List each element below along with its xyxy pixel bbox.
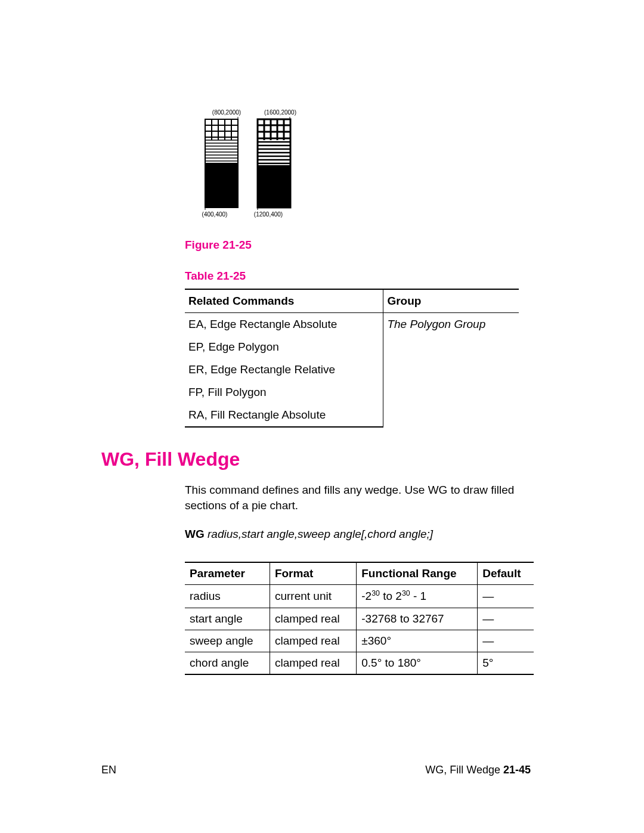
table2-cell: — (478, 630, 534, 652)
svg-rect-36 (258, 165, 290, 208)
table2-cell: — (478, 585, 534, 608)
section-heading: WG, Fill Wedge (101, 448, 531, 470)
table2-row: sweep angle clamped real ±360° — (185, 630, 534, 652)
footer-right-text: WG, Fill Wedge (425, 764, 503, 776)
range-text: to 2 (380, 590, 402, 603)
table2-cell: sweep angle (185, 630, 270, 652)
table2-cell: chord angle (185, 652, 270, 674)
table2-row: chord angle clamped real 0.5° to 180° 5° (185, 652, 534, 674)
table2-cell: clamped real (270, 630, 356, 652)
table1-cell: EA, Edge Rectangle Absolute (185, 313, 383, 336)
table2-cell: clamped real (270, 652, 356, 674)
footer-left: EN (101, 764, 116, 776)
range-text: - 1 (410, 590, 426, 603)
right-bar (258, 119, 290, 208)
table2-row: radius current unit -230 to 230 - 1 — (185, 585, 534, 608)
footer-right: WG, Fill Wedge 21-45 (425, 764, 531, 776)
table2-cell: ±360° (357, 630, 478, 652)
table2-cell: 0.5° to 180° (357, 652, 478, 674)
table2-header-row: Parameter Format Functional Range Defaul… (185, 562, 534, 585)
table1-cell: RA, Fill Rectangle Absolute (185, 404, 383, 427)
syntax-command: WG (185, 528, 205, 540)
coord-top-left: (800,2000) (212, 109, 241, 116)
table1-caption: Table 21-25 (185, 270, 531, 283)
table2-cell: — (478, 608, 534, 630)
syntax-line: WG radius,start angle,sweep angle[,chord… (185, 528, 531, 541)
syntax-args: radius,start angle,sweep angle[,chord an… (205, 528, 433, 540)
table1-row: EA, Edge Rectangle Absolute The Polygon … (185, 313, 519, 336)
range-sup: 30 (402, 589, 410, 597)
coord-bottom-left: (400,400) (202, 211, 228, 218)
table1-cell: FP, Fill Polygon (185, 381, 383, 404)
table2-header: Parameter (185, 562, 270, 585)
table2-cell: -32768 to 32767 (357, 608, 478, 630)
table2-cell: clamped real (270, 608, 356, 630)
table2-cell-range: -230 to 230 - 1 (357, 585, 478, 608)
figure-caption: Figure 21-25 (185, 239, 531, 252)
table2-header: Format (270, 562, 356, 585)
table1-group-cell: The Polygon Group (383, 313, 519, 428)
left-bar (205, 119, 238, 208)
coord-bottom-right: (1200,400) (254, 211, 283, 218)
table1-cell: ER, Edge Rectangle Relative (185, 358, 383, 381)
coord-top-right: (1600,2000) (264, 109, 296, 116)
range-text: -2 (361, 590, 371, 603)
range-sup: 30 (371, 589, 380, 597)
table2-cell: 5° (478, 652, 534, 674)
table1-header-commands: Related Commands (185, 289, 383, 313)
svg-rect-20 (205, 163, 238, 208)
table2-header: Functional Range (357, 562, 478, 585)
related-commands-table: Related Commands Group EA, Edge Rectangl… (185, 289, 519, 428)
table2-row: start angle clamped real -32768 to 32767… (185, 608, 534, 630)
figure-svg: (800,2000) (1600,2000) (400,400) (1200,4… (185, 107, 328, 227)
table1-header-group: Group (383, 289, 519, 313)
parameters-table: Parameter Format Functional Range Defaul… (185, 562, 534, 674)
footer-page-number: 21-45 (503, 764, 531, 776)
section-body: This command defines and fills any wedge… (185, 482, 522, 513)
table2-cell: radius (185, 585, 270, 608)
table1-cell: EP, Edge Polygon (185, 336, 383, 358)
page-footer: EN WG, Fill Wedge 21-45 (101, 764, 531, 776)
table2-cell: current unit (270, 585, 356, 608)
figure-diagram: (800,2000) (1600,2000) (400,400) (1200,4… (185, 107, 531, 227)
table2-header: Default (478, 562, 534, 585)
table1-header-row: Related Commands Group (185, 289, 519, 313)
table2-cell: start angle (185, 608, 270, 630)
